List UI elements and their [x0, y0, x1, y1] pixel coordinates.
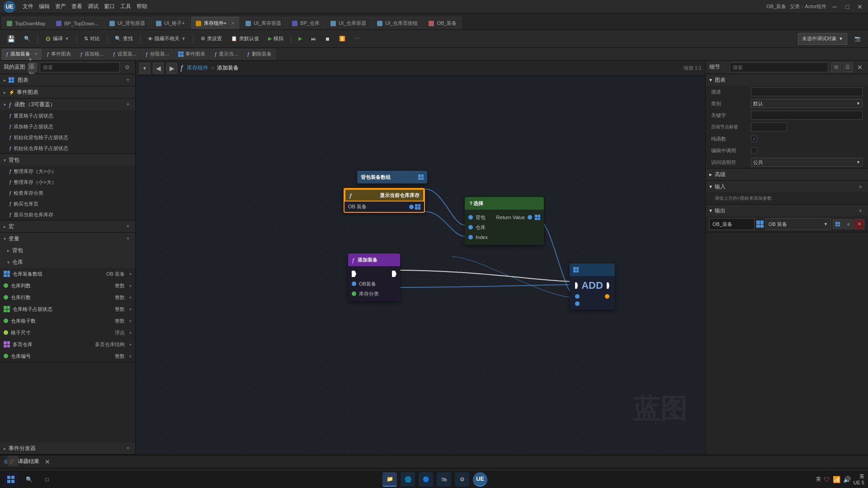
func-tab-add-slot[interactable]: ƒ 添加格... [76, 49, 108, 60]
taskbar-edge[interactable]: 🌐 [401, 472, 415, 487]
output-delete-button[interactable]: ✕ [854, 219, 864, 229]
simulate-button[interactable]: ▶ 模拟 [264, 33, 287, 45]
pause-button[interactable]: ⏫ [335, 33, 349, 45]
class-defaults-button[interactable]: 📋 类默认值 [227, 33, 263, 45]
func-tab-set-equip[interactable]: ƒ 设置装... [109, 49, 141, 60]
taskbar-search-icon[interactable]: 🔍 [22, 472, 36, 487]
func-add-icon[interactable]: + [124, 101, 132, 108]
nav-forward-button[interactable]: ▶ [166, 63, 177, 74]
backpack-header[interactable]: ▾ 背包 [0, 154, 135, 166]
event-add-icon[interactable]: + [124, 445, 132, 452]
var-item-row-count[interactable]: 仓库行数 整数 ▾ [0, 291, 135, 303]
menu-file[interactable]: 文件 [23, 3, 33, 10]
menu-tools[interactable]: 工具 [120, 3, 131, 10]
backpack-item-sort-big[interactable]: ƒ 整理库存（大>小） [0, 166, 135, 177]
node-add-equip[interactable]: ƒ 添加装备 OB装备 库存分类 [348, 253, 400, 301]
var-expand-icon[interactable]: ▾ [129, 319, 132, 324]
nav-dropdown[interactable]: ▾ [139, 63, 150, 74]
detail-outputs-header[interactable]: ▾ 输出 + [706, 205, 868, 216]
backpack-item-buy[interactable]: ƒ 购买仓库页 [0, 198, 135, 209]
func-tab-show-current[interactable]: ƒ 显示当... [210, 49, 242, 60]
variables-header[interactable]: ▾ 变量 + [0, 233, 135, 244]
tab-ui-inventory[interactable]: UI_库存容器 [241, 17, 286, 29]
functions-header[interactable]: ▾ ƒ 函数（3可覆盖） + [0, 99, 135, 110]
breadcrumb-root[interactable]: 库存组件 [187, 64, 208, 72]
minimize-button[interactable]: ─ [830, 2, 839, 11]
node-backpack-array[interactable]: 背包装备数组 [357, 171, 427, 183]
tab-ob-equip[interactable]: OB_装备 [424, 17, 462, 29]
close-button[interactable]: ✕ [855, 2, 864, 11]
var-expand-icon[interactable]: ▾ [129, 342, 132, 347]
stop-button[interactable]: ⏹ [321, 33, 334, 45]
func-tab-delete-equip[interactable]: ƒ 删除装备 [243, 49, 275, 60]
tab-ui-grid[interactable]: UI_格子+ [151, 17, 190, 29]
tab-topdownmap[interactable]: TopDownMap [2, 17, 50, 29]
var-expand-icon[interactable]: ▾ [129, 272, 132, 277]
bottom-panel-close-button[interactable]: ✕ [43, 457, 52, 466]
var-expand-icon[interactable]: ▾ [129, 307, 132, 312]
func-item-add-grid[interactable]: ƒ 添加格子占据状态 [0, 121, 135, 132]
taskbar-ue[interactable]: UE [473, 472, 487, 487]
maximize-button[interactable]: □ [843, 2, 852, 11]
list-view-button[interactable]: ☰ [843, 62, 853, 72]
browse-button[interactable]: 🔍 [20, 33, 34, 45]
play-next-button[interactable]: ⏭ [307, 33, 320, 45]
macro-add-icon[interactable]: + [124, 223, 132, 230]
save-button[interactable]: 💾 [4, 33, 19, 45]
var-item-grid-count[interactable]: 仓库格子数 整数 ▾ [0, 315, 135, 327]
backpack-item-sort-small[interactable]: ƒ 整理库存（小>大） [0, 177, 135, 188]
func-item-reset-grid[interactable]: ƒ 重置格子占据状态 [0, 110, 135, 121]
menu-window[interactable]: 窗口 [104, 3, 115, 10]
tab-ui-warehouse-btn[interactable]: UI_仓库页按钮 [372, 17, 423, 29]
start-button[interactable] [4, 472, 18, 487]
detail-search-input[interactable] [730, 62, 828, 72]
compile-dropdown-icon[interactable]: ▼ [65, 36, 69, 41]
canvas-area[interactable]: 背包装备数组 ƒ 显示当前仓库库存 OB 装备 [136, 76, 705, 455]
func-tab-pick-equip[interactable]: ƒ 拾取装... [142, 49, 173, 60]
event-graph-header[interactable]: ▸ ⚡ 事件图表 [0, 86, 135, 98]
detail-description-input[interactable] [751, 87, 863, 96]
class-settings-button[interactable]: ⚙ 类设置 [197, 33, 226, 45]
search-input[interactable] [40, 62, 120, 72]
menu-help[interactable]: 帮助 [137, 3, 147, 10]
input-add-icon[interactable]: + [856, 183, 864, 191]
detail-graph-header[interactable]: ▾ 图表 [706, 74, 868, 86]
tab-ui-backpack[interactable]: UI_背包容器 [104, 17, 150, 29]
compile-button[interactable]: ⚙ 编译 ▼ [42, 33, 73, 45]
tab-inventory-component[interactable]: 库存组件+ ✕ [191, 17, 240, 29]
var-backpack-header[interactable]: ▸ 背包 [0, 244, 135, 256]
debug-tools-button[interactable]: 📷 [851, 33, 864, 45]
graph-section-header[interactable]: ▸ 图表 + [0, 74, 135, 86]
taskbar-settings[interactable]: ⚙ [455, 472, 469, 487]
detail-inputs-header[interactable]: ▾ 输入 + [706, 181, 868, 192]
backpack-item-show[interactable]: ƒ 显示当前仓库库存 [0, 209, 135, 220]
detail-category-dropdown[interactable]: 默认 ▼ [751, 99, 863, 108]
grid-view-button[interactable]: ⊞ [831, 62, 841, 72]
detail-keywords-input[interactable] [751, 111, 863, 120]
node-add[interactable]: ADD [570, 263, 615, 310]
menu-debug[interactable]: 调试 [88, 3, 99, 10]
gear-icon[interactable]: ⚙ [123, 63, 132, 72]
add-button[interactable]: + 添加 [28, 63, 37, 72]
nav-back-button[interactable]: ◀ [153, 63, 164, 74]
menu-view[interactable]: 查看 [71, 3, 82, 10]
graph-add-icon[interactable]: + [124, 76, 132, 84]
tab-bp-topdown[interactable]: BP_TopDown... [51, 17, 104, 29]
taskbar-store[interactable]: 🛍 [437, 472, 451, 487]
var-item-equip-array[interactable]: 仓库装备数组 OB 装备 ▾ [0, 268, 135, 280]
taskbar-widgets-icon[interactable]: □ [40, 472, 54, 487]
var-expand-icon[interactable]: ▾ [129, 295, 132, 300]
find-button[interactable]: 🔍 查找 [111, 33, 137, 45]
var-storage-header[interactable]: ▾ 仓库 [0, 256, 135, 268]
backpack-item-check[interactable]: ƒ 检查库存分类 [0, 188, 135, 198]
menu-edit[interactable]: 编辑 [39, 3, 50, 10]
tab-ui-warehouse[interactable]: UI_仓库容器 [326, 17, 371, 29]
node-show-inventory[interactable]: ƒ 显示当前仓库库存 OB 装备 [344, 188, 425, 213]
detail-pure-checkbox[interactable]: ✓ [751, 136, 757, 142]
taskbar-chrome[interactable]: 🔵 [419, 472, 433, 487]
func-tab-event-graph-1[interactable]: ƒ 事件图表 [42, 49, 75, 60]
var-expand-icon[interactable]: ▾ [129, 283, 132, 288]
detail-advanced-header[interactable]: ▸ 高级 [706, 169, 868, 180]
detail-access-dropdown[interactable]: 公共 ▼ [751, 158, 863, 167]
detail-editor-checkbox[interactable] [751, 147, 757, 154]
